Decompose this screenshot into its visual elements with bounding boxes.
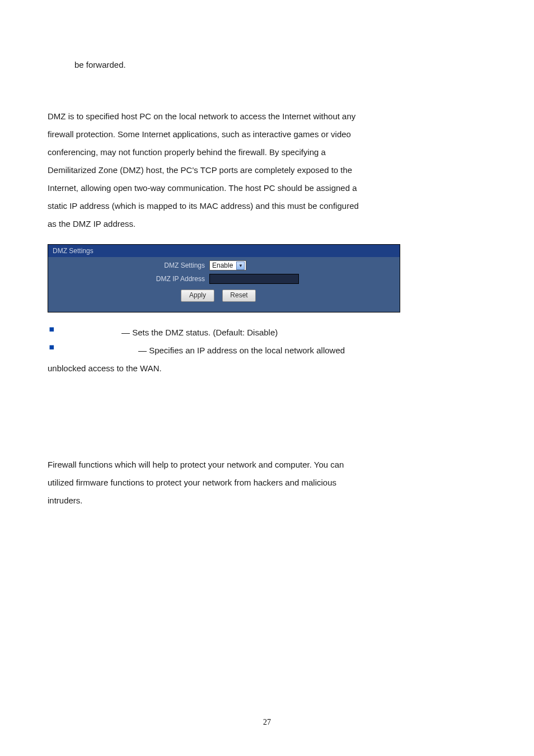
para1-line: as the DMZ IP address. bbox=[48, 215, 486, 233]
page-number: 27 bbox=[0, 718, 534, 727]
dmz-settings-select-value: Enable bbox=[212, 262, 236, 269]
dmz-panel-body: DMZ Settings Enable ▼ DMZ IP Address App… bbox=[48, 257, 400, 312]
list-item: ◆ — Specifies an IP address on the local… bbox=[48, 342, 486, 360]
dmz-ip-label: DMZ IP Address bbox=[154, 275, 205, 283]
list-item: ◆ — Sets the DMZ status. (Default: Disab… bbox=[48, 324, 486, 342]
para1-line: Demilitarized Zone (DMZ) host, the PC's … bbox=[48, 161, 486, 179]
bullet-text: — Sets the DMZ status. (Default: Disable… bbox=[65, 324, 486, 342]
para1-line: conferencing, may not function properly … bbox=[48, 143, 486, 161]
reset-button[interactable]: Reset bbox=[222, 290, 256, 302]
dmz-settings-select[interactable]: Enable ▼ bbox=[209, 260, 246, 270]
dmz-settings-label: DMZ Settings bbox=[154, 262, 205, 269]
para1-line: Internet, allowing open two-way communic… bbox=[48, 179, 486, 197]
dmz-settings-panel: DMZ Settings DMZ Settings Enable ▼ DMZ I… bbox=[48, 244, 400, 312]
para1-line: firewall protection. Some Internet appli… bbox=[48, 125, 486, 143]
para1-line: static IP address (which is mapped to it… bbox=[48, 197, 486, 215]
bullet-continuation: unblocked access to the WAN. bbox=[48, 360, 486, 377]
dmz-paragraph: DMZ is to specified host PC on the local… bbox=[48, 108, 486, 233]
top-fragment-line: be forwarded. bbox=[48, 56, 486, 74]
dmz-settings-row: DMZ Settings Enable ▼ bbox=[48, 260, 400, 270]
page: be forwarded. DMZ is to specified host P… bbox=[0, 0, 534, 756]
bullet-list: ◆ — Sets the DMZ status. (Default: Disab… bbox=[48, 324, 486, 360]
para2-line: Firewall functions which will help to pr… bbox=[48, 456, 486, 474]
para2-line: utilized firmware functions to protect y… bbox=[48, 474, 486, 492]
para2-line: intruders. bbox=[48, 492, 486, 510]
dmz-ip-input[interactable] bbox=[209, 274, 299, 284]
para1-line: DMZ is to specified host PC on the local… bbox=[48, 108, 486, 125]
firewall-paragraph: Firewall functions which will help to pr… bbox=[48, 456, 486, 510]
apply-button[interactable]: Apply bbox=[181, 290, 214, 302]
chevron-down-icon: ▼ bbox=[236, 262, 245, 270]
bullet-text: — Specifies an IP address on the local n… bbox=[65, 342, 486, 360]
dmz-button-row: Apply Reset bbox=[37, 290, 400, 304]
dmz-ip-row: DMZ IP Address bbox=[48, 274, 400, 284]
dmz-panel-title: DMZ Settings bbox=[48, 245, 400, 257]
